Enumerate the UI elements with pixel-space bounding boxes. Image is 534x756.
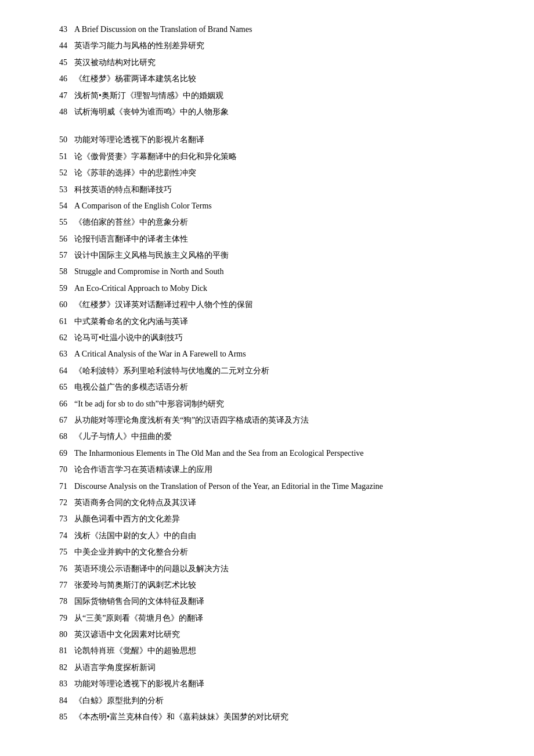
item-number: 58	[46, 265, 67, 278]
item-number: 55	[46, 216, 67, 229]
item-number: 53	[46, 183, 67, 196]
list-item: 62论马可•吐温小说中的讽刺技巧	[46, 332, 488, 344]
list-item: 67从功能对等理论角度浅析有关“狗”的汉语四字格成语的英译及方法	[46, 414, 488, 427]
item-title: 《本杰明•富兰克林自传》和《嘉莉妹妹》美国梦的对比研究	[74, 711, 488, 723]
list-item: 68《儿子与情人》中扭曲的爱	[46, 430, 488, 443]
list-item: 63A Critical Analysis of the War in A Fa…	[46, 348, 488, 361]
item-number: 82	[46, 661, 67, 674]
item-number: 71	[46, 480, 67, 493]
item-title: 论《傲骨贤妻》字幕翻译中的归化和异化策略	[74, 150, 488, 163]
item-number: 62	[46, 332, 67, 344]
item-title: 《红楼梦》汉译英对话翻译过程中人物个性的保留	[74, 298, 488, 311]
item-title: 论合作语言学习在英语精读课上的应用	[74, 463, 488, 476]
list-item: 51论《傲骨贤妻》字幕翻译中的归化和异化策略	[46, 150, 488, 163]
list-item: 85《本杰明•富兰克林自传》和《嘉莉妹妹》美国梦的对比研究	[46, 711, 488, 723]
item-title: 论凯特肖班《觉醒》中的超验思想	[74, 645, 488, 657]
list-item: 84《白鲸》原型批判的分析	[46, 694, 488, 707]
list-item: 54A Comparison of the English Color Term…	[46, 200, 488, 213]
item-number: 85	[46, 711, 67, 723]
item-number: 73	[46, 513, 67, 525]
list-item: 43A Brief Discussion on the Translation …	[46, 23, 488, 36]
item-number: 61	[46, 315, 67, 328]
item-title: A Comparison of the English Color Terms	[74, 200, 488, 213]
item-number: 75	[46, 546, 67, 559]
item-title: 功能对等理论透视下的影视片名翻译	[74, 134, 488, 146]
item-title: 浅析《法国中尉的女人》中的自由	[74, 530, 488, 542]
list-item: 80英汉谚语中文化因素对比研究	[46, 628, 488, 641]
item-number: 84	[46, 694, 67, 707]
item-title: 功能对等理论透视下的影视片名翻译	[74, 678, 488, 690]
list-item: 52论《苏菲的选择》中的悲剧性冲突	[46, 167, 488, 179]
list-item: 50功能对等理论透视下的影视片名翻译	[46, 134, 488, 146]
item-number: 80	[46, 628, 67, 641]
list-item: 55《德伯家的苔丝》中的意象分析	[46, 216, 488, 229]
list-item: 73从颜色词看中西方的文化差异	[46, 513, 488, 525]
list-item: 59An Eco-Critical Approach to Moby Dick	[46, 282, 488, 295]
item-title: 科技英语的特点和翻译技巧	[74, 183, 488, 196]
item-number: 51	[46, 150, 67, 163]
item-title: 浅析简•奥斯汀《理智与情感》中的婚姻观	[74, 89, 488, 102]
item-number: 56	[46, 233, 67, 246]
item-title: 国际货物销售合同的文体特征及翻译	[74, 595, 488, 608]
item-number: 64	[46, 365, 67, 377]
item-title: 论马可•吐温小说中的讽刺技巧	[74, 332, 488, 344]
list-item: 74浅析《法国中尉的女人》中的自由	[46, 530, 488, 542]
item-title: 英语环境公示语翻译中的问题以及解决方法	[74, 563, 488, 575]
list-item: 58Struggle and Compromise in North and S…	[46, 265, 488, 278]
item-title: 中美企业并购中的文化整合分析	[74, 546, 488, 559]
item-title: 英语商务合同的文化特点及其汉译	[74, 496, 488, 509]
item-title: 《白鲸》原型批判的分析	[74, 694, 488, 707]
empty-row	[46, 122, 488, 134]
list-item: 79从“三美”原则看《荷塘月色》的翻译	[46, 612, 488, 625]
item-number: 46	[46, 73, 67, 85]
item-number: 79	[46, 612, 67, 625]
item-number: 81	[46, 645, 67, 657]
item-number: 76	[46, 563, 67, 575]
list-item: 70论合作语言学习在英语精读课上的应用	[46, 463, 488, 476]
item-number: 70	[46, 463, 67, 476]
list-item: 44英语学习能力与风格的性别差异研究	[46, 39, 488, 52]
item-number: 63	[46, 348, 67, 361]
item-title: 从颜色词看中西方的文化差异	[74, 513, 488, 525]
item-title: 英语学习能力与风格的性别差异研究	[74, 39, 488, 52]
list-item: 76英语环境公示语翻译中的问题以及解决方法	[46, 563, 488, 575]
item-title: Discourse Analysis on the Translation of…	[74, 480, 488, 493]
list-item: 46《红楼梦》杨霍两译本建筑名比较	[46, 73, 488, 85]
item-number: 57	[46, 249, 67, 262]
list-item: 82从语言学角度探析新词	[46, 661, 488, 674]
list-item: 69The Inharmonious Elements in The Old M…	[46, 447, 488, 460]
item-number: 60	[46, 298, 67, 311]
list-item: 83功能对等理论透视下的影视片名翻译	[46, 678, 488, 690]
item-title: 电视公益广告的多模态话语分析	[74, 381, 488, 394]
item-title: 论《苏菲的选择》中的悲剧性冲突	[74, 167, 488, 179]
item-title: 《红楼梦》杨霍两译本建筑名比较	[74, 73, 488, 85]
item-title: 英汉谚语中文化因素对比研究	[74, 628, 488, 641]
item-number: 44	[46, 39, 67, 52]
item-title: A Brief Discussion on the Translation of…	[74, 23, 488, 36]
item-number: 59	[46, 282, 67, 295]
item-number: 65	[46, 381, 67, 394]
item-number: 45	[46, 56, 67, 69]
item-number: 50	[46, 134, 67, 146]
item-title: A Critical Analysis of the War in A Fare…	[74, 348, 488, 361]
item-number: 69	[46, 447, 67, 460]
article-list: 43A Brief Discussion on the Translation …	[46, 23, 488, 723]
item-number: 74	[46, 530, 67, 542]
item-title: 设计中国际主义风格与民族主义风格的平衡	[74, 249, 488, 262]
list-item: 64《哈利波特》系列里哈利波特与伏地魔的二元对立分析	[46, 365, 488, 377]
list-item: 65电视公益广告的多模态话语分析	[46, 381, 488, 394]
item-title: The Inharmonious Elements in The Old Man…	[74, 447, 488, 460]
list-item: 56论报刊语言翻译中的译者主体性	[46, 233, 488, 246]
item-number: 54	[46, 200, 67, 213]
list-item: 47浅析简•奥斯汀《理智与情感》中的婚姻观	[46, 89, 488, 102]
item-title: 从功能对等理论角度浅析有关“狗”的汉语四字格成语的英译及方法	[74, 414, 488, 427]
item-number: 77	[46, 579, 67, 592]
item-number: 52	[46, 167, 67, 179]
item-number: 78	[46, 595, 67, 608]
item-title: Struggle and Compromise in North and Sou…	[74, 265, 488, 278]
list-item: 48试析海明威《丧钟为谁而鸣》中的人物形象	[46, 106, 488, 118]
item-number: 43	[46, 23, 67, 36]
item-title: 论报刊语言翻译中的译者主体性	[74, 233, 488, 246]
list-item: 72英语商务合同的文化特点及其汉译	[46, 496, 488, 509]
item-title: 张爱玲与简奥斯汀的讽刺艺术比较	[74, 579, 488, 592]
